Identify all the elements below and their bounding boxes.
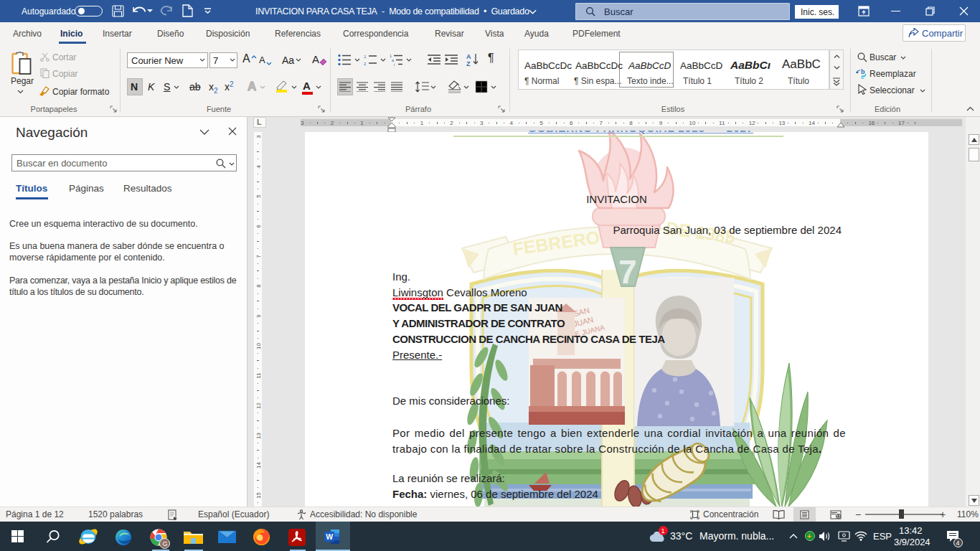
svg-text:1: 1	[364, 55, 367, 59]
svg-text:i: i	[394, 62, 395, 66]
svg-text:7: 7	[618, 253, 637, 291]
svg-text:Z: Z	[466, 60, 471, 67]
svg-text:A: A	[466, 53, 471, 60]
svg-text:2: 2	[364, 62, 367, 66]
svg-text:W: W	[326, 532, 333, 541]
